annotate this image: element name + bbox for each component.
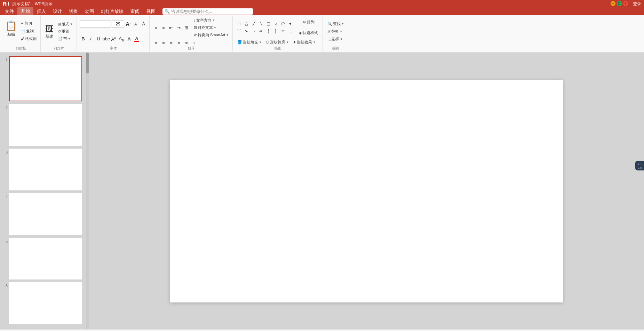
badge-line2: 2.6	[637, 166, 642, 169]
shape-line2-icon[interactable]: ╲	[257, 20, 264, 27]
menu-item-review[interactable]: 审阅	[127, 8, 143, 15]
italic-button[interactable]: I	[87, 36, 94, 42]
cut-button[interactable]: ✂ 剪切	[19, 20, 38, 27]
slide-thumb-2[interactable]	[9, 104, 82, 146]
shape-more2-icon[interactable]: …	[287, 27, 294, 34]
shape-outline-button[interactable]: ⬡ 形状轮廓 ▼	[264, 39, 291, 46]
shape-arrow2-icon[interactable]: ⇒	[257, 27, 264, 34]
menu-item-design[interactable]: 设计	[49, 8, 65, 15]
shape-ellipse-icon[interactable]: ○	[272, 20, 279, 27]
shape-brace-icon[interactable]: }	[272, 27, 279, 34]
shape-curve-icon[interactable]: ∿	[243, 27, 250, 34]
menu-item-animation[interactable]: 动画	[81, 8, 97, 15]
search-input[interactable]	[171, 9, 251, 14]
shape-arc-icon[interactable]: ⌒	[236, 27, 243, 34]
slide-number-5: 5	[2, 238, 8, 243]
increase-font-button[interactable]: A+	[125, 21, 132, 27]
slides-panel: 1 2 3 4 5 6	[0, 53, 89, 329]
font-size-input[interactable]	[112, 21, 124, 27]
convert-smartart-button[interactable]: ⟳ 转换为 SmartArt ▼	[192, 31, 230, 38]
slide-thumb-5[interactable]	[9, 238, 82, 279]
notes-area[interactable]: 单击此处添加备注	[0, 329, 644, 331]
reset-button[interactable]: ↺ 重置	[56, 28, 74, 35]
increase-indent-button[interactable]: ⇥	[175, 24, 182, 31]
shadow-button[interactable]: A	[126, 36, 133, 42]
replace-button[interactable]: ⇄ 替换 ▼	[326, 28, 344, 35]
align-left-button[interactable]: ≡	[152, 39, 159, 46]
scrollbar-thumb[interactable]	[86, 53, 89, 73]
layout-button[interactable]: ⊞ 版式 ▼	[56, 21, 74, 27]
paste-button[interactable]: 📋 粘贴	[3, 17, 19, 40]
bold-icon: B	[81, 36, 85, 41]
slide-thumb-wrapper-4: 4	[1, 192, 87, 236]
shape-rounded-rect-icon[interactable]: ▢	[265, 20, 272, 27]
floating-badge[interactable]: 1.1 2.6	[635, 161, 644, 170]
search-box[interactable]: 🔍	[162, 8, 253, 15]
strikethrough-button[interactable]: abc	[103, 36, 110, 42]
text-direction-icon: ↕	[194, 18, 196, 22]
shape-arrow-icon[interactable]: →	[250, 27, 257, 34]
app-logo: Rit	[3, 1, 9, 7]
find-button[interactable]: 🔍 查找 ▼	[326, 20, 346, 27]
menu-item-file[interactable]: 文件	[1, 8, 17, 15]
shadow-icon: A	[128, 36, 131, 41]
slide-thumb-3[interactable]	[9, 149, 82, 190]
login-button[interactable]: 登录	[633, 1, 641, 7]
shape-pentagon-icon[interactable]: ⬠	[279, 20, 286, 27]
clear-format-button[interactable]: Ā	[140, 21, 147, 27]
maximize-button[interactable]: □	[617, 1, 622, 6]
paste-icon: 📋	[5, 20, 17, 32]
font-name-input[interactable]	[80, 21, 111, 27]
bullet-list-button[interactable]: ≡	[152, 24, 159, 31]
new-slide-button[interactable]: 🖼 新建	[43, 21, 55, 42]
menu-item-insert[interactable]: 插入	[33, 8, 49, 15]
shape-star-icon[interactable]: ☆	[279, 27, 286, 34]
new-slide-icon: 🖼	[45, 24, 54, 34]
bold-button[interactable]: B	[80, 36, 87, 42]
line-spacing-button[interactable]: ↕	[191, 39, 198, 46]
slides-scrollbar[interactable]	[86, 53, 89, 329]
menu-item-slideshow[interactable]: 幻灯片放映	[97, 8, 127, 15]
font-color-button[interactable]: A	[133, 36, 140, 42]
slide-thumb-1[interactable]	[9, 56, 82, 101]
strikethrough-icon: abc	[102, 36, 110, 41]
align-right-button[interactable]: ≡	[168, 39, 175, 46]
subscript-button[interactable]: Aa	[118, 36, 125, 42]
decrease-font-button[interactable]: A-	[133, 21, 140, 27]
shape-fill-button[interactable]: 🪣 形状填充 ▼	[236, 39, 263, 46]
shape-rect-icon[interactable]: □	[236, 20, 243, 27]
shape-bracket-icon[interactable]: {	[265, 27, 272, 34]
section-button[interactable]: 📑 节 ▼	[56, 36, 74, 42]
align-text-button[interactable]: ⊡ 对齐文本 ▼	[192, 24, 230, 31]
distributed-button[interactable]: ≡	[183, 39, 190, 46]
columns-button[interactable]: ⊞	[183, 24, 190, 31]
underline-button[interactable]: U	[95, 36, 102, 42]
shape-triangle-icon[interactable]: △	[243, 20, 250, 27]
shape-more-icon[interactable]: ▼	[287, 20, 294, 27]
select-button[interactable]: ⬚ 选择 ▼	[326, 36, 344, 42]
numbered-list-button[interactable]: ≡	[160, 24, 167, 31]
close-button[interactable]: ×	[623, 1, 628, 6]
shape-effect-button[interactable]: ✦ 形状效果 ▼	[291, 39, 317, 46]
justify-button[interactable]: ≡	[175, 39, 182, 46]
align-center-button[interactable]: ≡	[160, 39, 167, 46]
format-painter-button[interactable]: 🖌 格式刷	[19, 35, 38, 42]
slide-thumb-4[interactable]	[9, 193, 82, 235]
slide-canvas[interactable]	[170, 80, 563, 302]
cut-icon: ✂	[21, 21, 24, 26]
slide-thumb-wrapper-2: 2	[1, 103, 87, 147]
copy-button[interactable]: 📄 复制	[19, 27, 38, 34]
find-label: 查找	[333, 21, 341, 26]
menu-item-view[interactable]: 视图	[143, 8, 159, 15]
menu-item-home[interactable]: 开始	[17, 7, 33, 16]
quick-styles-button[interactable]: ◈ 快速样式	[296, 27, 320, 38]
minimize-button[interactable]: －	[611, 1, 615, 6]
bullet-list-icon: ≡	[154, 25, 157, 30]
text-direction-button[interactable]: ↕ 文字方向 ▼	[192, 17, 230, 24]
menu-item-transition[interactable]: 切换	[65, 8, 81, 15]
shape-line-icon[interactable]: ╱	[250, 20, 257, 27]
superscript-button[interactable]: Aa	[110, 36, 117, 42]
arrange-button[interactable]: ⊛ 排列	[296, 17, 320, 27]
slide-thumb-6[interactable]	[9, 282, 82, 324]
decrease-indent-button[interactable]: ⇤	[168, 24, 175, 31]
